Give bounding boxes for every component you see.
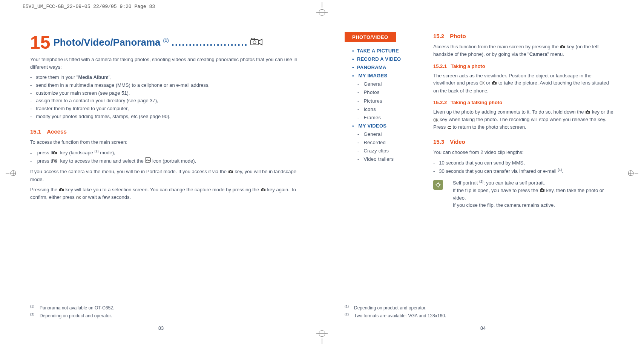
- camera-key-icon: [228, 168, 233, 176]
- intro-bullet-list: store them in your "Media Album", send t…: [30, 74, 299, 121]
- svg-point-19: [54, 152, 55, 154]
- nav-sublist: General Recorded Crazy clips Video trail…: [357, 130, 418, 163]
- list-item: transfer them by Infrared to your comput…: [30, 105, 299, 113]
- svg-point-39: [437, 183, 440, 186]
- access-bullet-list: press the key (landscape (2) mode), pres…: [30, 149, 299, 165]
- nav-item: PANORAMA: [352, 63, 418, 72]
- nav-subitem: Recorded: [357, 138, 418, 147]
- camcorder-icon: [250, 37, 264, 48]
- video-bullet-list: 10 seconds that you can send by MMS, 30 …: [433, 159, 614, 175]
- body-text: To access the function from the main scr…: [30, 138, 299, 146]
- right-columns: PHOTO/VIDEO TAKE A PICTURE RECORD A VIDE…: [345, 32, 614, 209]
- svg-point-23: [230, 171, 232, 173]
- svg-point-38: [587, 111, 589, 113]
- subsection-15-2-2-heading: 15.2.2Taking a talking photo: [433, 100, 614, 105]
- page-number: 83: [0, 325, 322, 331]
- tip-block: Self portrait (2): you can take a self p…: [433, 179, 614, 209]
- nav-subitem: Video trailers: [357, 155, 418, 163]
- intro-text: Your telephone is fitted with a camera f…: [30, 56, 299, 71]
- nav-subitem: Crazy clips: [357, 147, 418, 155]
- camera-key-icon: [261, 186, 266, 194]
- footnotes: (1)Depending on product and operator. (2…: [345, 304, 614, 320]
- ok-key-icon: OK: [433, 117, 438, 123]
- back-key-icon: ⊂: [447, 124, 451, 131]
- two-page-spread: E5V2_UM_FCC-GB_22-09-05 22/09/05 9:20 Pa…: [0, 0, 644, 346]
- svg-point-32: [562, 46, 563, 48]
- tip-text: Self portrait (2): you can take a self p…: [453, 179, 614, 209]
- page-right: PHOTO/VIDEO TAKE A PICTURE RECORD A VIDE…: [322, 0, 644, 346]
- footnote: (1)Depending on product and operator.: [345, 304, 614, 312]
- svg-point-29: [262, 189, 264, 191]
- section-15-3-heading: 15.3Video: [433, 138, 614, 145]
- list-item: assign them to a contact in your directo…: [30, 97, 299, 105]
- camera-key-icon: [585, 109, 590, 116]
- nav-sublist: General Photos Pictures Icons Frames: [357, 80, 418, 121]
- svg-rect-18: [54, 151, 55, 152]
- list-item: modify your photos adding frames, stamps…: [30, 113, 299, 121]
- nav-item: TAKE A PICTURE: [352, 47, 418, 55]
- svg-rect-34: [493, 81, 495, 82]
- footnotes: (1)Panorama not available on OT-C652. (2…: [30, 304, 299, 320]
- footnote: (2)Two formats are available: VGA and 12…: [345, 312, 614, 320]
- list-item: 30 seconds that you can transfer via Inf…: [433, 167, 614, 175]
- list-item: customize your main screen (see page 51)…: [30, 89, 299, 97]
- list-item: 10 seconds that you can send by MMS,: [433, 159, 614, 167]
- nav-subitem: General: [357, 80, 418, 88]
- nav-item: MY IMAGES General Photos Pictures Icons …: [352, 72, 418, 122]
- svg-rect-31: [561, 45, 563, 46]
- svg-point-35: [494, 83, 495, 84]
- camera-key-icon: [560, 43, 565, 51]
- nav-subitem: General: [357, 130, 418, 138]
- page-number: 84: [322, 325, 644, 331]
- nav-item: RECORD A VIDEO: [352, 55, 418, 63]
- nav-list: TAKE A PICTURE RECORD A VIDEO PANORAMA M…: [352, 47, 418, 163]
- list-item: press the OK key to access the menu and …: [30, 157, 299, 165]
- svg-point-26: [61, 189, 62, 191]
- nav-subitem: Icons: [357, 105, 418, 114]
- ok-key-icon: OK: [76, 195, 81, 201]
- svg-rect-25: [60, 188, 62, 189]
- chapter-heading: 15 Photo/Video/Panorama (1) ............…: [30, 32, 299, 53]
- tip-bulb-icon: [433, 180, 443, 190]
- chapter-number: 15: [30, 32, 50, 53]
- svg-point-15: [253, 41, 256, 44]
- nav-subitem: Frames: [357, 114, 418, 122]
- body-text: If you access the camera via the menu, y…: [30, 168, 299, 183]
- camera-key-icon: [540, 187, 545, 194]
- svg-rect-16: [251, 38, 255, 40]
- svg-point-46: [541, 190, 543, 191]
- body-text: You can choose from 2 video clip lengths…: [433, 149, 614, 156]
- footnote: (2)Depending on product and operator.: [30, 312, 299, 320]
- subsection-15-2-1-heading: 15.2.1Taking a photo: [433, 63, 614, 69]
- section-15-2-heading: 15.2Photo: [433, 33, 614, 39]
- svg-rect-28: [262, 188, 264, 189]
- photo-video-tag: PHOTO/VIDEO: [345, 32, 396, 42]
- page-left: 15 Photo/Video/Panorama (1) ............…: [0, 0, 322, 346]
- svg-rect-45: [541, 188, 543, 189]
- text-column: 15.2Photo Access this function from the …: [433, 32, 614, 209]
- body-text: Pressing the key will take you to a sele…: [30, 186, 299, 201]
- nav-subitem: Photos: [357, 88, 418, 97]
- svg-rect-20: [145, 158, 150, 162]
- body-text: The screen acts as the viewfinder. Posit…: [433, 72, 614, 94]
- camera-key-icon: [492, 80, 497, 87]
- svg-rect-14: [251, 40, 258, 45]
- section-15-1-heading: 15.1Access: [30, 128, 299, 135]
- nav-subitem: Pictures: [357, 97, 418, 105]
- body-text: Access this function from the main scree…: [433, 43, 614, 58]
- nav-item: MY VIDEOS General Recorded Crazy clips V…: [352, 122, 418, 163]
- footnote: (1)Panorama not available on OT-C652.: [30, 304, 299, 312]
- chapter-title: Photo/Video/Panorama (1) ...............…: [53, 37, 248, 48]
- album-icon: [145, 158, 151, 164]
- nav-column: PHOTO/VIDEO TAKE A PICTURE RECORD A VIDE…: [345, 32, 418, 209]
- ok-key-icon: OK: [480, 80, 485, 86]
- list-item: press the key (landscape (2) mode),: [30, 149, 299, 157]
- list-item: send them in a multimedia message (MMS) …: [30, 82, 299, 89]
- svg-rect-22: [230, 170, 231, 171]
- body-text: Liven up the photo by adding comments to…: [433, 108, 614, 131]
- svg-rect-37: [587, 110, 588, 111]
- list-item: store them in your "Media Album",: [30, 74, 299, 82]
- camera-key-icon: [59, 186, 64, 194]
